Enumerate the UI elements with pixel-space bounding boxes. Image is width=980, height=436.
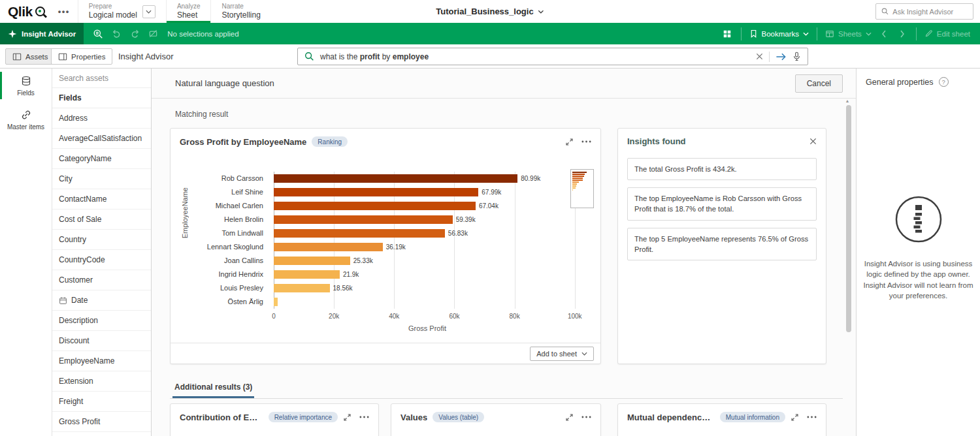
insight-advisor-header: Assets Properties Insight Advisor what i… [0,44,980,69]
bar-row[interactable]: 36.19k [274,240,581,254]
scrollbar-thumb[interactable] [846,105,851,332]
field-row[interactable]: Extension [52,371,151,392]
search-selections-icon[interactable] [89,23,107,44]
field-row[interactable]: City [52,169,151,189]
fields-database-icon [21,76,31,86]
cancel-button[interactable]: Cancel [795,74,843,93]
more-icon[interactable] [581,416,591,418]
nav-prepare[interactable]: Prepare Logical model [78,0,166,23]
field-row[interactable]: Gross Profit [52,412,151,432]
undo-icon[interactable] [107,23,125,44]
charts-grid-icon[interactable] [718,23,736,44]
field-row[interactable]: Freight [52,392,151,412]
bar-row[interactable]: 80.99k [274,172,581,185]
redo-icon[interactable] [125,23,144,44]
business-logic-description: Insight Advisor is using business logic … [862,258,975,301]
insights-card: Insights found The total Gross Profit is… [617,128,826,364]
qlik-logo[interactable]: Qlik [0,0,50,23]
bar-row[interactable]: 25.33k [274,254,581,268]
insight-advisor-button[interactable]: Insight Advisor [0,23,84,44]
x-axis-label: Gross Profit [274,324,581,332]
global-search[interactable] [875,3,973,20]
bar-row[interactable]: 67.99k [274,185,581,199]
bar[interactable] [274,202,476,210]
field-row[interactable]: Country [52,230,151,250]
expand-icon[interactable] [343,413,351,422]
field-row[interactable]: CountryCode [52,250,151,270]
assets-button-label: Assets [25,53,48,61]
close-icon[interactable] [809,138,817,145]
bar-row[interactable] [274,295,581,309]
bar[interactable] [274,270,340,279]
bar-row[interactable]: 59.39k [274,213,581,226]
bar[interactable] [274,298,278,306]
bar[interactable] [274,284,330,292]
bar-value-label: 21.9k [343,271,359,278]
x-tick-label: 40k [389,313,399,320]
rail-item-master-items[interactable]: Master items [0,102,52,136]
more-icon[interactable] [581,140,591,143]
edit-sheet-button[interactable]: Edit sheet [921,29,973,38]
chart-badge: Ranking [312,136,348,147]
prev-sheet-icon[interactable] [875,23,893,44]
field-row[interactable]: Discount [52,331,151,351]
clear-input-icon[interactable] [756,53,763,60]
help-icon[interactable]: ? [939,77,949,87]
scrollbar-up-arrow[interactable]: ▲ [844,99,851,103]
app-title[interactable]: Tutorial_Business_logic [436,0,544,23]
tab-additional-results[interactable]: Additional results (3) [172,381,254,398]
field-label: Date [71,296,88,305]
natural-language-search[interactable]: what is the profit by employee [297,48,808,65]
field-row[interactable]: Address [52,108,151,129]
field-row[interactable]: Date [52,290,151,311]
field-row[interactable]: ContactName [52,189,151,210]
query-text[interactable]: what is the profit by employee [320,52,750,61]
x-ticks: 020k40k60k80k100k [274,313,581,322]
logical-model-caret-button[interactable] [142,5,155,18]
bar-row[interactable]: 18.56k [274,281,581,295]
search-assets-input[interactable] [59,74,144,83]
more-menu-icon[interactable]: ••• [50,7,78,16]
expand-icon[interactable] [791,413,799,422]
bar-row[interactable]: 67.04k [274,199,581,213]
expand-icon[interactable] [565,413,574,422]
bar[interactable] [274,229,445,238]
rail-item-fields[interactable]: Fields [0,69,52,102]
x-tick-label: 20k [329,313,339,320]
card-title: Contribution of Employ... [180,413,263,422]
bookmark-icon [749,29,758,38]
field-row[interactable]: EmployeeName [52,351,151,371]
ask-insight-advisor-input[interactable] [892,8,968,16]
category-label: Ingrid Hendrix [176,268,263,281]
clear-selections-icon[interactable] [144,23,162,44]
nav-narrate-storytelling[interactable]: Narrate Storytelling [210,0,270,23]
field-row[interactable]: Description [52,311,151,331]
more-icon[interactable] [807,416,817,418]
more-icon[interactable] [359,416,369,418]
field-row[interactable]: Customer [52,270,151,290]
bar[interactable] [274,215,453,224]
assets-search[interactable] [52,69,151,88]
bar-row[interactable]: 56.83k [274,226,581,240]
bar-row[interactable]: 21.9k [274,268,581,281]
expand-icon[interactable] [565,138,574,146]
sheets-button[interactable]: Sheets [822,29,875,39]
bookmarks-button[interactable]: Bookmarks [746,29,813,38]
field-row[interactable]: AverageCallSatisfaction [52,129,151,149]
bar[interactable] [274,174,517,183]
bar[interactable] [274,188,478,196]
bar[interactable] [274,257,350,265]
add-to-sheet-button[interactable]: Add to sheet [530,347,594,361]
mini-navigator[interactable] [570,169,594,208]
assets-button[interactable]: Assets [5,48,56,65]
field-row[interactable]: CategoryName [52,149,151,169]
field-label: Discount [59,336,90,345]
properties-button[interactable]: Properties [51,48,112,65]
field-row[interactable]: Cost of Sale [52,210,151,230]
nav-analyze-sheet[interactable]: Analyze Sheet [166,0,211,23]
mic-icon[interactable] [792,52,801,61]
assets-panel-icon [12,52,22,61]
bar[interactable] [274,243,383,251]
next-sheet-icon[interactable] [893,23,911,44]
submit-arrow-icon[interactable] [776,52,787,61]
